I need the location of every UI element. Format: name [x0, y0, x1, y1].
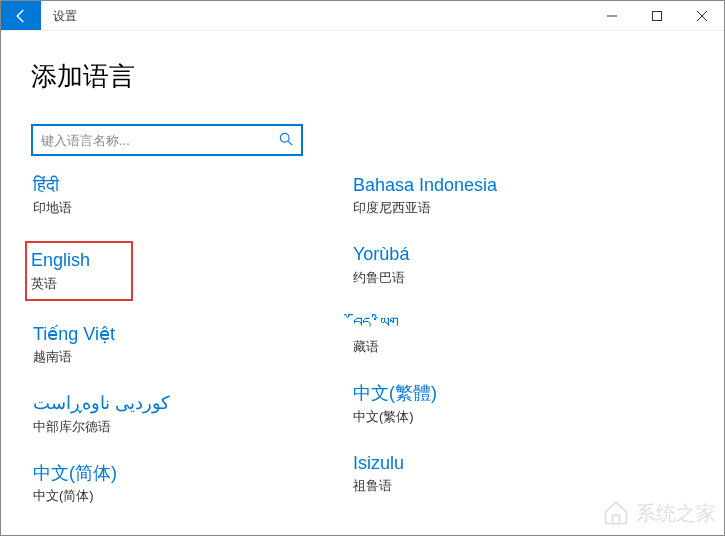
- language-item[interactable]: کوردیی ناوەڕاست中部库尔德语: [31, 390, 291, 437]
- svg-point-4: [280, 133, 289, 142]
- language-local-name: 中部库尔德语: [33, 418, 289, 436]
- language-item[interactable]: 中文(繁體)中文(繁体): [351, 380, 611, 427]
- close-button[interactable]: [679, 1, 724, 30]
- arrow-left-icon: [12, 7, 30, 25]
- window-title: 设置: [41, 1, 89, 30]
- language-item[interactable]: Isizulu祖鲁语: [351, 450, 611, 497]
- svg-line-5: [288, 141, 292, 145]
- language-local-name: 越南语: [33, 348, 289, 366]
- language-native-name: Tiếng Việt: [33, 323, 289, 346]
- language-grid: हिंदी印地语English英语Tiếng Việt越南语کوردیی ناو…: [31, 172, 694, 529]
- minimize-icon: [607, 11, 617, 21]
- search-icon: [279, 132, 293, 149]
- svg-rect-1: [652, 11, 661, 20]
- window-controls: [589, 1, 724, 30]
- search-input[interactable]: [41, 126, 279, 154]
- language-native-name: کوردیی ناوەڕاست: [33, 392, 289, 415]
- language-native-name: Isizulu: [353, 452, 609, 475]
- language-native-name: English: [31, 249, 121, 272]
- minimize-button[interactable]: [589, 1, 634, 30]
- language-local-name: 中文(繁体): [353, 408, 609, 426]
- language-column-right: Bahasa Indonesia印度尼西亚语Yorùbá约鲁巴语བོད་ཡིག藏…: [351, 172, 611, 529]
- language-item[interactable]: Yorùbá约鲁巴语: [351, 241, 611, 288]
- language-local-name: 祖鲁语: [353, 477, 609, 495]
- maximize-button[interactable]: [634, 1, 679, 30]
- language-item[interactable]: བོད་ཡིག藏语: [351, 311, 611, 358]
- language-native-name: Bahasa Indonesia: [353, 174, 609, 197]
- close-icon: [697, 11, 707, 21]
- language-item[interactable]: 中文(简体)中文(简体): [31, 460, 291, 507]
- language-native-name: 中文(简体): [33, 462, 289, 485]
- language-local-name: 印度尼西亚语: [353, 199, 609, 217]
- language-item[interactable]: हिंदी印地语: [31, 172, 291, 219]
- back-button[interactable]: [1, 1, 41, 30]
- language-item[interactable]: English英语: [25, 241, 133, 300]
- language-item[interactable]: Tiếng Việt越南语: [31, 321, 291, 368]
- language-native-name: Yorùbá: [353, 243, 609, 266]
- page-title: 添加语言: [31, 59, 694, 94]
- search-box[interactable]: [31, 124, 303, 156]
- content-area: 添加语言 हिंदी印地语English英语Tiếng Việt越南语کوردی…: [1, 31, 724, 529]
- search-container: [31, 124, 694, 156]
- language-local-name: 英语: [31, 275, 121, 293]
- language-local-name: 印地语: [33, 199, 289, 217]
- maximize-icon: [652, 11, 662, 21]
- language-local-name: 约鲁巴语: [353, 269, 609, 287]
- titlebar: 设置: [1, 1, 724, 31]
- language-local-name: 中文(简体): [33, 487, 289, 505]
- language-native-name: हिंदी: [33, 174, 289, 197]
- language-native-name: བོད་ཡིག: [353, 313, 609, 336]
- language-column-left: हिंदी印地语English英语Tiếng Việt越南语کوردیی ناو…: [31, 172, 291, 529]
- language-native-name: 中文(繁體): [353, 382, 609, 405]
- language-local-name: 藏语: [353, 338, 609, 356]
- language-item[interactable]: Bahasa Indonesia印度尼西亚语: [351, 172, 611, 219]
